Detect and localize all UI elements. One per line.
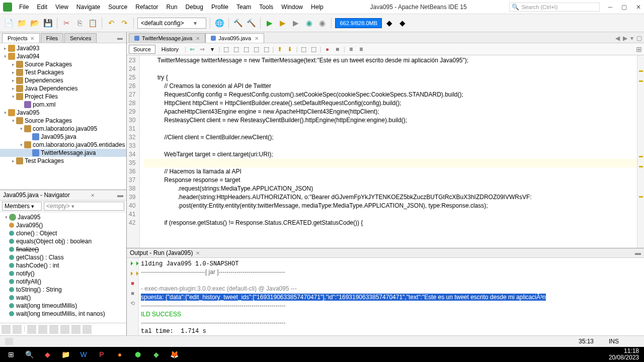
cut-icon[interactable]: ✂ xyxy=(61,18,72,29)
diff-icon[interactable]: ⬚ xyxy=(300,45,308,53)
filter-icon[interactable] xyxy=(27,325,36,334)
nav-member[interactable]: hashCode() : int xyxy=(1,261,125,269)
nav-member[interactable]: notify() xyxy=(1,269,125,278)
tab-next-icon[interactable]: ▶ xyxy=(623,35,627,42)
menu-tools[interactable]: Tools xyxy=(255,2,277,13)
record-icon[interactable]: ● xyxy=(324,45,332,53)
tree-node[interactable]: ▸Dependencies xyxy=(0,76,126,84)
run-config-select[interactable]: <default config>▾ xyxy=(137,18,206,29)
postman-icon[interactable]: ● xyxy=(111,348,129,361)
nav-member[interactable]: wait(long timeoutMillis) xyxy=(1,302,125,310)
expand-icon[interactable]: ⊞ xyxy=(636,45,642,53)
nav-member[interactable]: wait(long timeoutMillis, int nanos) xyxy=(1,310,125,318)
paste-icon[interactable]: 📋 xyxy=(87,18,98,29)
navigator-list[interactable]: ▾Java095Java095()clone() : Objectequals(… xyxy=(0,212,126,323)
tree-node[interactable]: Java095.java xyxy=(0,133,126,141)
nav-member[interactable]: clone() : Object xyxy=(1,229,125,237)
nav-class[interactable]: ▾Java095 xyxy=(1,213,125,221)
wrap-icon[interactable]: ⟲ xyxy=(129,300,136,307)
nav-member[interactable]: Java095() xyxy=(1,221,125,229)
line-gutter[interactable]: 2324252627282930313233343536373839404142 xyxy=(127,55,140,248)
rerun-alt-icon[interactable]: ⏵⏵ xyxy=(129,270,136,277)
stop-icon[interactable]: ■ xyxy=(334,45,342,53)
menu-file[interactable]: File xyxy=(15,2,33,13)
panel-tab-services[interactable]: Services xyxy=(64,33,97,43)
output-text[interactable]: ilding Java095 1.0-SNAPSHOT ------------… xyxy=(139,258,644,335)
menu-window[interactable]: Window xyxy=(277,2,307,13)
nav-back-icon[interactable]: ⇐ xyxy=(188,45,196,53)
save-all-icon[interactable]: 💾 xyxy=(42,18,53,29)
nav-member[interactable]: wait() xyxy=(1,294,125,302)
rerun-icon[interactable]: ⏵⏵ xyxy=(129,260,136,267)
shift-down-icon[interactable]: ⬇ xyxy=(286,45,294,53)
history-view-button[interactable]: History xyxy=(157,45,183,53)
diff-icon[interactable]: ⬚ xyxy=(310,45,318,53)
menu-view[interactable]: View xyxy=(51,2,72,13)
code-editor[interactable]: 2324252627282930313233343536373839404142… xyxy=(127,55,644,248)
tree-node[interactable]: ▾com.laboratorio.java095 xyxy=(0,125,126,133)
tab-max-icon[interactable]: ▢ xyxy=(636,35,642,42)
open-icon[interactable]: 📂 xyxy=(29,18,40,29)
filter-icon[interactable] xyxy=(13,325,22,334)
tree-node[interactable]: ▾Java095 xyxy=(0,109,126,117)
nav-member[interactable]: notifyAll() xyxy=(1,278,125,286)
nav-member[interactable]: toString() : String xyxy=(1,286,125,294)
menu-team[interactable]: Team xyxy=(232,2,255,13)
menu-navigate[interactable]: Navigate xyxy=(72,2,104,13)
redo-icon[interactable]: ↷ xyxy=(119,18,130,29)
debug-icon[interactable]: ▶ xyxy=(277,18,288,29)
members-filter-dropdown[interactable]: <empty> ▾ xyxy=(44,202,124,211)
system-tray[interactable]: 11:18 20/08/2023 xyxy=(609,348,642,361)
filter-icon[interactable] xyxy=(60,325,69,334)
undo-icon[interactable]: ↶ xyxy=(106,18,117,29)
navigator-close-icon[interactable]: ✕ xyxy=(91,193,95,198)
minimize-icon[interactable]: ▬ xyxy=(116,33,124,43)
new-file-icon[interactable]: 📄 xyxy=(3,18,14,29)
nb-icon-1[interactable]: ◆ xyxy=(384,18,395,29)
source-view-button[interactable]: Source xyxy=(129,45,155,54)
filter-icon[interactable] xyxy=(49,325,58,334)
stop-icon[interactable]: ■ xyxy=(129,290,136,297)
tree-node[interactable]: ▸Source Packages xyxy=(0,60,126,68)
stop-icon[interactable]: ■ xyxy=(129,280,136,287)
uncomment-icon[interactable]: ≡ xyxy=(357,45,365,53)
next-bm-icon[interactable]: ⬚ xyxy=(232,45,240,53)
tree-node[interactable]: pom.xml xyxy=(0,101,126,109)
tree-node[interactable]: ▸Java093 xyxy=(0,44,126,52)
tree-node[interactable]: ▸Test Packages xyxy=(0,157,126,165)
tab-prev-icon[interactable]: ◀ xyxy=(615,35,620,42)
nav-fwd-icon[interactable]: ⇒ xyxy=(198,45,206,53)
comment-icon[interactable]: ≡ xyxy=(347,45,355,53)
tree-node[interactable]: ▾com.laboratorio.java095.entidades xyxy=(0,141,126,149)
panel-tab-projects[interactable]: Projects ✕ xyxy=(2,33,40,43)
tree-node[interactable]: ▾Project Files xyxy=(0,93,126,101)
bm-icon[interactable]: ⬚ xyxy=(252,45,260,53)
word-icon[interactable]: W xyxy=(74,348,93,361)
panel-tab-files[interactable]: Files xyxy=(41,33,63,43)
tree-node[interactable]: ▾Source Packages xyxy=(0,117,126,125)
netbeans-icon[interactable]: ◆ xyxy=(147,348,165,361)
menu-run[interactable]: Run xyxy=(163,2,182,13)
menu-refactor[interactable]: Refactor xyxy=(131,2,162,13)
explorer-icon[interactable]: 📁 xyxy=(56,348,74,361)
filter-icon[interactable] xyxy=(71,325,80,334)
menu-profile[interactable]: Profile xyxy=(207,2,232,13)
powerpoint-icon[interactable]: P xyxy=(93,348,111,361)
menu-help[interactable]: Help xyxy=(307,2,328,13)
firefox-icon[interactable]: 🦊 xyxy=(165,348,183,361)
profile-icon[interactable]: ▶ xyxy=(290,18,301,29)
global-search-input[interactable]: 🔍 Search (Ctrl+I) xyxy=(509,3,600,12)
close-button[interactable]: ✕ xyxy=(636,4,641,11)
run-icon[interactable]: ▶ xyxy=(264,18,275,29)
bm-icon[interactable]: ⬚ xyxy=(262,45,270,53)
toggle-bm-icon[interactable]: ⬚ xyxy=(242,45,250,53)
start-button[interactable]: ⊞ xyxy=(2,348,20,361)
filter-icon[interactable] xyxy=(83,325,92,334)
minimize-button[interactable]: ─ xyxy=(608,4,612,11)
nav-member[interactable]: finalize() xyxy=(1,245,125,253)
notifications-icon[interactable] xyxy=(5,338,13,345)
copy-icon[interactable]: ⎘ xyxy=(74,18,85,29)
brave-icon[interactable]: ◆ xyxy=(38,348,56,361)
nav-member[interactable]: equals(Object obj) : boolean xyxy=(1,237,125,245)
tree-node[interactable]: TwitterMessage.java xyxy=(0,149,126,157)
